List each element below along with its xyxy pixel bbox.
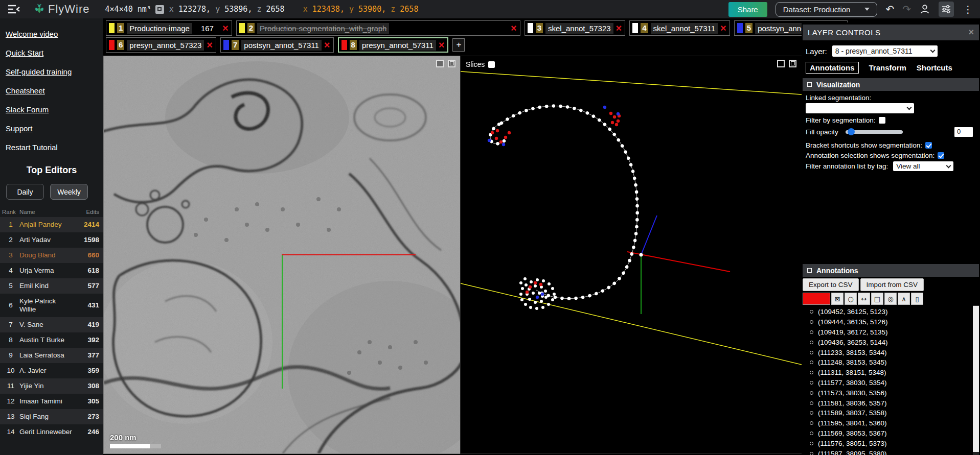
flywire-logo[interactable]: FlyWire <box>34 3 90 16</box>
close-tab-icon[interactable]: × <box>207 40 213 50</box>
close-tab-icon[interactable]: × <box>222 23 229 33</box>
sidebar-link[interactable]: Cheatsheet <box>6 86 103 95</box>
sidebar-link[interactable]: Quick Start <box>6 49 103 57</box>
user-icon[interactable] <box>919 4 930 15</box>
layer-tab[interactable]: 2 Production-segmentation_with_graph × <box>236 20 520 36</box>
undo-icon[interactable]: ↶ <box>885 3 894 15</box>
box-annotation-tool[interactable]: □ <box>871 293 883 305</box>
panel-scrollbar-thumb[interactable] <box>973 306 979 452</box>
panel-tab[interactable]: Annotations <box>806 62 859 74</box>
layer-select[interactable]: 8 - presyn_annot_57311 <box>832 45 938 57</box>
editor-row: 4 Urja Verma 618 <box>0 263 103 278</box>
slider-handle[interactable] <box>848 128 855 135</box>
layer-tab[interactable]: 4 skel_annot_57311 × <box>629 20 730 36</box>
more-menu-icon[interactable]: ⋮ <box>962 4 974 15</box>
import-csv-button[interactable]: Import from CSV <box>860 278 924 291</box>
annotation-point-row[interactable]: (111577, 38030, 5354) <box>803 378 979 388</box>
layer-tab[interactable]: 3 skel_annot_57323 × <box>525 20 626 36</box>
annotation-point-row[interactable]: (109436, 36253, 5144) <box>803 337 979 347</box>
slices-toggle[interactable]: Slices <box>466 60 495 68</box>
export-csv-button[interactable]: Export to CSV <box>803 278 859 291</box>
3d-skeleton-viewport[interactable]: Slices <box>461 56 802 453</box>
maximize-view-icon[interactable] <box>436 60 444 67</box>
layer-tab-label: Production-image <box>127 23 192 34</box>
bounds-annotation-tool[interactable]: ▯ <box>911 293 923 305</box>
annotation-point-row[interactable]: (111581, 38036, 5357) <box>803 398 979 408</box>
position-box-icon[interactable] <box>155 5 164 14</box>
annotation-point-coords: (111595, 38041, 5360) <box>818 419 887 427</box>
annotation-point-row[interactable]: (111569, 38053, 5367) <box>803 428 979 439</box>
ellipsoid-annotation-tool[interactable]: ○ <box>845 293 857 305</box>
close-tab-icon[interactable]: × <box>616 23 622 33</box>
close-panel-icon[interactable]: × <box>968 27 974 38</box>
fill-opacity-input[interactable]: 0 <box>954 127 973 137</box>
close-tab-icon[interactable]: × <box>439 40 445 50</box>
layer-color-swatch[interactable] <box>223 40 229 50</box>
panel-tab[interactable]: Transform <box>869 62 906 73</box>
annotation-point-row[interactable]: (109452, 36125, 5123) <box>803 307 979 317</box>
annotation-point-row[interactable]: (109444, 36135, 5126) <box>803 317 979 327</box>
annotation-point-row[interactable]: (111589, 38037, 5358) <box>803 408 979 418</box>
close-tab-icon[interactable]: × <box>511 23 517 33</box>
editor-rank: 3 <box>2 251 19 259</box>
bracket-shortcuts-checkbox[interactable] <box>925 142 932 149</box>
annotation-point-row[interactable]: (111595, 38041, 5360) <box>803 418 979 428</box>
layer-color-swatch[interactable] <box>239 23 245 33</box>
layer-tab[interactable]: 7 postsyn_annot_57311 × <box>220 37 334 53</box>
cursor-position[interactable]: x 123278, y 53896, z 2658 <box>169 5 285 14</box>
line-annotation-tool[interactable]: ↔ <box>858 293 870 305</box>
annotation-point-row[interactable]: (111587, 38095, 5380) <box>803 448 979 455</box>
close-tab-icon[interactable]: × <box>324 40 330 50</box>
chevron-down-icon <box>946 163 951 168</box>
annotation-point-row[interactable]: (111248, 38153, 5345) <box>803 357 979 368</box>
layer-color-swatch[interactable] <box>528 23 533 33</box>
layer-tab-label: skel_annot_57323 <box>545 23 613 34</box>
sidebar-link[interactable]: Welcome video <box>6 30 103 38</box>
annotation-point-row[interactable]: (111576, 38051, 5373) <box>803 438 979 448</box>
layer-tab[interactable]: 6 presyn_annot_57323 × <box>106 37 216 53</box>
layer-color-swatch[interactable] <box>632 23 638 33</box>
annotation-point-row[interactable]: (111311, 38151, 5348) <box>803 368 979 378</box>
annotation-point-row[interactable]: (109419, 36172, 5135) <box>803 327 979 338</box>
em-slice-viewport[interactable]: 200 nm <box>104 56 461 453</box>
share-button[interactable]: Share <box>728 2 767 17</box>
layer-color-swatch[interactable] <box>341 40 347 50</box>
point-annotation-tool[interactable]: ⊠ <box>831 293 844 305</box>
dataset-selector[interactable]: Dataset: Production <box>776 2 878 17</box>
layer-tab[interactable]: 8 presyn_annot_57311 × <box>338 37 449 53</box>
layer-color-swatch[interactable] <box>737 23 743 33</box>
maximize-view-icon[interactable] <box>777 60 785 67</box>
annotation-point-row[interactable]: (111573, 38030, 5356) <box>803 388 979 398</box>
annotation-point-row[interactable]: (111233, 38153, 5344) <box>803 347 979 357</box>
settings-button[interactable] <box>939 2 954 17</box>
close-tab-icon[interactable]: × <box>720 23 726 33</box>
restore-view-icon[interactable] <box>789 60 796 67</box>
sidebar-toggle-icon[interactable] <box>7 5 20 14</box>
annotation-line-red <box>282 254 416 255</box>
sidebar-link[interactable]: Support <box>6 124 103 133</box>
panel-tab[interactable]: Shortcuts <box>917 62 952 73</box>
collection-annotation-tool[interactable]: ◎ <box>884 293 897 305</box>
editor-edits: 246 <box>74 428 99 436</box>
annotation-color-swatch[interactable] <box>803 293 830 305</box>
visualization-section-header[interactable]: Visualization <box>803 78 979 91</box>
editor-name: Urja Verma <box>19 267 74 275</box>
slices-checkbox[interactable] <box>488 61 495 68</box>
restore-view-icon[interactable] <box>448 60 455 67</box>
layer-color-swatch[interactable] <box>109 23 115 33</box>
daily-button[interactable]: Daily <box>6 184 44 200</box>
layer-color-swatch[interactable] <box>109 40 115 50</box>
annotations-section-header[interactable]: Annotations <box>803 264 979 277</box>
filter-by-segmentation-checkbox[interactable] <box>879 117 885 124</box>
linked-segmentation-select[interactable] <box>806 103 914 113</box>
weekly-button[interactable]: Weekly <box>50 184 88 200</box>
sidebar-link[interactable]: Restart Tutorial <box>6 143 103 152</box>
sidebar-link[interactable]: Slack Forum <box>6 105 103 114</box>
filter-tag-select[interactable]: View all <box>893 161 953 171</box>
collapse-annotations-tool[interactable]: ∧ <box>898 293 910 305</box>
annotation-selection-checkbox[interactable] <box>938 152 944 159</box>
layer-tab[interactable]: 1 Production-image 167 × <box>106 20 232 36</box>
fill-opacity-slider[interactable] <box>846 130 903 134</box>
add-layer-button[interactable]: + <box>452 38 465 52</box>
sidebar-link[interactable]: Self-guided training <box>6 67 103 76</box>
